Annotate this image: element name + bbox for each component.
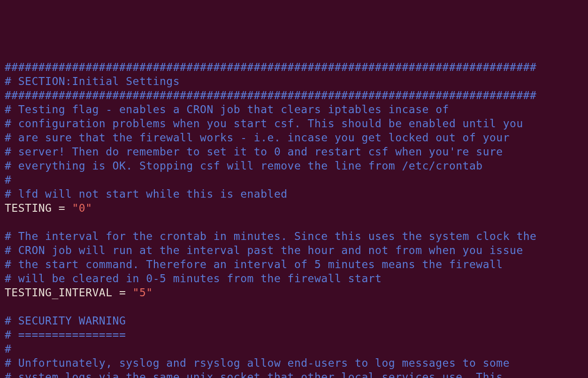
config-line[interactable]: # are sure that the firewall works - i.e… [5,131,583,145]
config-line[interactable]: # The interval for the crontab in minute… [5,229,583,243]
comment-text: # lfd will not start while this is enabl… [5,188,288,200]
config-line[interactable]: # Testing flag - enables a CRON job that… [5,102,583,116]
config-key: TESTING_INTERVAL = [5,286,133,299]
config-key: TESTING = [5,202,72,214]
comment-text: # the start command. Therefore an interv… [5,258,503,270]
comment-text: # [5,174,11,186]
comment-text: # Testing flag - enables a CRON job that… [5,103,449,116]
config-line[interactable]: # system logs via the same unix socket t… [5,370,583,378]
config-line[interactable]: # will be cleared in 0-5 minutes from th… [5,271,583,285]
config-line[interactable]: # the start command. Therefore an interv… [5,257,583,271]
comment-text: # configuration problems when you start … [5,117,523,130]
config-line[interactable] [5,300,583,314]
config-line[interactable]: # ================ [5,328,583,342]
comment-text: # [5,343,11,355]
config-line[interactable]: ########################################… [5,88,583,102]
config-line[interactable]: # SECURITY WARNING [5,314,583,328]
config-value: "0" [72,202,92,214]
config-value: "5" [133,286,153,299]
config-line[interactable]: TESTING_INTERVAL = "5" [5,285,583,300]
config-line[interactable]: # SECTION:Initial Settings [5,74,583,88]
comment-text: # CRON job will run at the interval past… [5,244,523,256]
config-line[interactable]: # [5,173,583,187]
config-line[interactable]: # server! Then do remember to set it to … [5,145,583,159]
config-line[interactable]: # everything is OK. Stopping csf will re… [5,159,583,173]
config-line[interactable]: # lfd will not start while this is enabl… [5,187,583,201]
config-line[interactable]: ########################################… [5,60,583,74]
config-line[interactable]: TESTING = "0" [5,201,583,215]
comment-text: # everything is OK. Stopping csf will re… [5,160,483,172]
comment-text: # SECTION:Initial Settings [5,75,180,87]
comment-text: # are sure that the firewall works - i.e… [5,131,510,144]
config-editor-viewport[interactable]: ########################################… [5,60,583,378]
comment-text: # The interval for the crontab in minute… [5,230,536,242]
comment-text: # system logs via the same unix socket t… [5,371,503,378]
config-line[interactable]: # configuration problems when you start … [5,116,583,131]
comment-text: # server! Then do remember to set it to … [5,146,503,158]
comment-text: # will be cleared in 0-5 minutes from th… [5,272,382,285]
config-line[interactable] [5,215,583,229]
config-line[interactable]: # [5,342,583,356]
comment-text: # Unfortunately, syslog and rsyslog allo… [5,357,510,369]
comment-text: ########################################… [5,61,536,73]
comment-text: # SECURITY WARNING [5,315,126,327]
config-line[interactable]: # CRON job will run at the interval past… [5,243,583,257]
config-line[interactable]: # Unfortunately, syslog and rsyslog allo… [5,356,583,370]
comment-text: ########################################… [5,89,536,101]
comment-text: # ================ [5,329,126,341]
